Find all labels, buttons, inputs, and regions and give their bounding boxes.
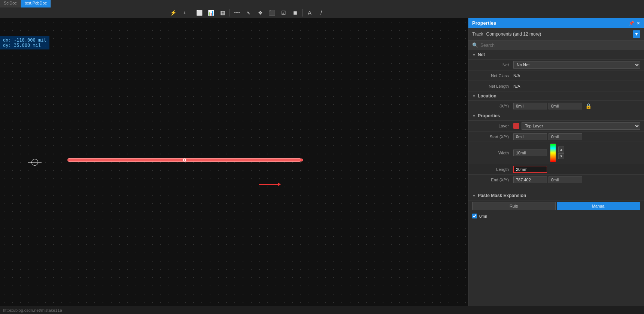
end-y-input[interactable] bbox=[549, 176, 582, 183]
layer-dropdown[interactable]: Top Layer bbox=[522, 122, 640, 130]
dy-value: dy: 35.000 mil bbox=[3, 43, 46, 48]
width-label: Width bbox=[472, 151, 513, 155]
end-xy-row: End (X/Y) bbox=[468, 175, 644, 185]
width-color-strip bbox=[550, 144, 556, 162]
net-label: Net bbox=[472, 63, 513, 67]
add-btn[interactable]: + bbox=[179, 8, 190, 17]
start-y-input[interactable] bbox=[549, 133, 582, 140]
divider-1 bbox=[192, 9, 192, 16]
length-input[interactable] bbox=[513, 166, 547, 173]
search-row: 🔍 bbox=[468, 40, 644, 50]
width-arrows: ▲ ▼ bbox=[558, 147, 564, 159]
section-net-label: Net bbox=[478, 52, 485, 57]
coordinate-overlay: dx: -110.000 mil dy: 35.000 mil bbox=[0, 36, 49, 49]
properties-panel: Properties 📌 ✕ Track Components (and 12 … bbox=[468, 18, 644, 306]
tab-pcbdoc[interactable]: test.PcbDoc bbox=[21, 0, 51, 7]
filter-icon-btn[interactable]: ▼ bbox=[633, 30, 640, 38]
net-class-label: Net Class bbox=[472, 73, 513, 78]
select-btn[interactable]: ⬜ bbox=[194, 8, 204, 17]
manual-btn[interactable]: Manual bbox=[557, 202, 641, 210]
net-class-value: N/A bbox=[513, 73, 520, 78]
width-down-btn[interactable]: ▼ bbox=[558, 153, 564, 159]
width-input[interactable] bbox=[513, 150, 547, 156]
text-btn[interactable]: A bbox=[304, 8, 315, 17]
paste-mask-checkbox-row: 0mil bbox=[468, 212, 644, 220]
end-xy-inputs bbox=[513, 176, 582, 183]
net-length-value: N/A bbox=[513, 84, 520, 88]
panel-title: Properties bbox=[472, 20, 496, 26]
width-row: Width ▲ ▼ bbox=[468, 142, 644, 164]
slash-btn[interactable]: / bbox=[316, 8, 326, 17]
properties-collapse-arrow: ▼ bbox=[472, 114, 476, 118]
width-inputs: ▲ ▼ bbox=[513, 144, 564, 162]
layer-row: Layer Top Layer bbox=[468, 121, 644, 132]
dx-value: dx: -110.000 mil bbox=[3, 37, 46, 43]
location-collapse-arrow: ▼ bbox=[472, 94, 476, 98]
net-class-row: Net Class N/A bbox=[468, 70, 644, 81]
search-input[interactable] bbox=[480, 43, 640, 48]
search-icon: 🔍 bbox=[472, 42, 478, 48]
layer-selector: Top Layer bbox=[513, 122, 640, 130]
polygon-btn[interactable]: ❖ bbox=[255, 8, 265, 17]
location-y-input[interactable] bbox=[549, 103, 582, 109]
net-row: Net No Net bbox=[468, 60, 644, 70]
pcb-track bbox=[67, 158, 301, 162]
end-label: End (X/Y) bbox=[472, 178, 513, 182]
track-midpoint bbox=[183, 158, 186, 161]
paste-mask-buttons: Rule Manual bbox=[468, 200, 644, 212]
section-net-header[interactable]: ▼ Net bbox=[468, 50, 644, 60]
arc-btn[interactable]: ∿ bbox=[243, 8, 254, 17]
filter-btn[interactable]: ⚡ bbox=[168, 8, 178, 17]
rect-btn[interactable]: ⬛ bbox=[267, 8, 277, 17]
line-btn[interactable]: 〰 bbox=[232, 8, 242, 17]
panel-close-btn[interactable]: ✕ bbox=[637, 21, 640, 26]
section-location-label: Location bbox=[478, 93, 496, 99]
paste-mask-checkbox[interactable] bbox=[472, 214, 477, 218]
checkbox-btn[interactable]: ☑ bbox=[278, 8, 289, 17]
main-area: dx: -110.000 mil dy: 35.000 mil bbox=[0, 18, 644, 306]
canvas-area[interactable]: dx: -110.000 mil dy: 35.000 mil bbox=[0, 18, 468, 306]
divider-2 bbox=[230, 9, 230, 16]
crosshair bbox=[28, 156, 42, 169]
net-dropdown[interactable]: No Net bbox=[513, 61, 640, 69]
section-location-header[interactable]: ▼ Location bbox=[468, 91, 644, 101]
net-length-label: Net Length bbox=[472, 84, 513, 88]
length-arrow bbox=[259, 182, 281, 186]
lock-icon: 🔒 bbox=[585, 103, 592, 109]
filter-row: Track Components (and 12 more) ▼ bbox=[468, 28, 644, 40]
grid-btn[interactable]: ▦ bbox=[217, 8, 228, 17]
section-paste-mask-label: Paste Mask Expansion bbox=[478, 193, 526, 198]
location-xy-row: (X/Y) 🔒 bbox=[468, 101, 644, 111]
end-x-input[interactable] bbox=[513, 176, 547, 183]
location-xy-label: (X/Y) bbox=[472, 104, 513, 108]
filter-label: Track bbox=[472, 31, 483, 37]
start-xy-inputs bbox=[513, 133, 582, 140]
section-properties-label: Properties bbox=[478, 113, 500, 118]
location-x-input[interactable] bbox=[513, 103, 547, 109]
width-up-btn[interactable]: ▲ bbox=[558, 147, 564, 153]
tab-scidoc[interactable]: SciDoc bbox=[0, 0, 21, 7]
section-paste-mask-header[interactable]: ▼ Paste Mask Expansion bbox=[468, 191, 644, 200]
panel-header-actions: 📌 ✕ bbox=[629, 21, 640, 26]
track-endpoint-right bbox=[300, 158, 303, 161]
start-x-input[interactable] bbox=[513, 133, 547, 140]
panel-header: Properties 📌 ✕ bbox=[468, 18, 644, 28]
section-properties-header[interactable]: ▼ Properties bbox=[468, 111, 644, 121]
divider-3 bbox=[302, 9, 303, 16]
rule-btn[interactable]: Rule bbox=[472, 202, 556, 210]
panel-pin-btn[interactable]: 📌 bbox=[629, 21, 634, 26]
layer-color-indicator bbox=[513, 123, 519, 129]
box-btn[interactable]: ⏹ bbox=[290, 8, 300, 17]
start-xy-row: Start (X/Y) bbox=[468, 132, 644, 142]
toolbar-icons: ⚡ + ⬜ 📊 ▦ 〰 ∿ ❖ ⬛ ☑ ⏹ A / bbox=[168, 8, 326, 17]
measure-btn[interactable]: 📊 bbox=[206, 8, 216, 17]
layer-label: Layer bbox=[472, 124, 513, 128]
paste-mask-value: 0mil bbox=[479, 214, 487, 218]
status-bar: https://blog.csdn.net/mistake11a bbox=[0, 306, 644, 314]
start-label: Start (X/Y) bbox=[472, 135, 513, 139]
net-collapse-arrow: ▼ bbox=[472, 53, 476, 57]
spacer bbox=[468, 185, 644, 191]
status-url: https://blog.csdn.net/mistake11a bbox=[3, 308, 62, 313]
tab-bar: SciDoc test.PcbDoc bbox=[0, 0, 51, 7]
paste-mask-collapse-arrow: ▼ bbox=[472, 194, 476, 198]
